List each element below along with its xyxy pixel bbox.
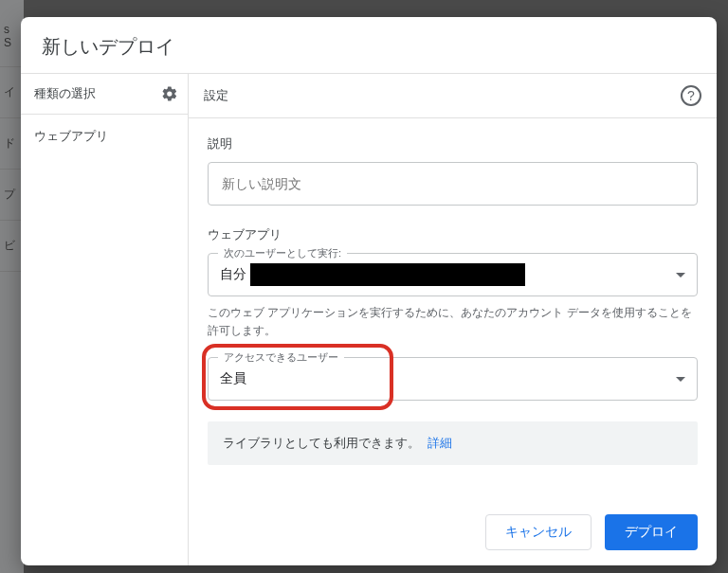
sidebar-item-label: ウェブアプリ (34, 129, 108, 143)
access-select[interactable]: アクセスできるユーザー 全員 (208, 357, 698, 401)
dialog-body: 種類の選択 ウェブアプリ 設定 ? 説明 ウェブアプリ 次のユーザーとし (21, 73, 717, 565)
cancel-button-label: キャンセル (505, 524, 572, 541)
banner-text: ライブラリとしても利用できます。 (223, 436, 420, 450)
run-as-legend: 次のユーザーとして実行: (218, 246, 347, 260)
chevron-down-icon (676, 377, 685, 382)
main-content: 説明 ウェブアプリ 次のユーザーとして実行: 自分 このウェブ アプリケーション… (189, 118, 717, 503)
permission-hint: このウェブ アプリケーションを実行するために、あなたのアカウント データを使用す… (208, 304, 698, 340)
description-label: 説明 (208, 135, 698, 152)
dialog-title: 新しいデプロイ (21, 17, 717, 73)
dialog-main: 設定 ? 説明 ウェブアプリ 次のユーザーとして実行: 自分 このウェブ アプリ… (189, 74, 717, 565)
run-as-value: 自分 (220, 266, 246, 283)
main-header: 設定 ? (189, 74, 717, 118)
deploy-dialog: 新しいデプロイ 種類の選択 ウェブアプリ 設定 ? 説明 ウェ (21, 17, 717, 565)
sidebar-header-label: 種類の選択 (34, 85, 96, 102)
redacted-email (250, 263, 525, 286)
sidebar-header: 種類の選択 (21, 74, 188, 115)
main-header-label: 設定 (204, 87, 228, 104)
cancel-button[interactable]: キャンセル (485, 514, 592, 550)
chevron-down-icon (676, 273, 685, 278)
gear-icon[interactable] (161, 85, 178, 102)
deploy-button-label: デプロイ (625, 524, 678, 541)
library-info-banner: ライブラリとしても利用できます。 詳細 (208, 421, 698, 465)
dialog-footer: キャンセル デプロイ (189, 503, 717, 565)
webapp-section-label: ウェブアプリ (208, 226, 698, 243)
help-icon[interactable]: ? (681, 85, 701, 106)
description-input[interactable] (208, 162, 698, 206)
run-as-select[interactable]: 次のユーザーとして実行: 自分 (208, 253, 698, 296)
sidebar-item-webapp[interactable]: ウェブアプリ (21, 115, 188, 158)
dialog-sidebar: 種類の選択 ウェブアプリ (21, 74, 189, 565)
banner-details-link[interactable]: 詳細 (428, 436, 452, 450)
deploy-button[interactable]: デプロイ (605, 514, 698, 550)
access-legend: アクセスできるユーザー (218, 350, 344, 365)
access-value: 全員 (220, 370, 246, 387)
